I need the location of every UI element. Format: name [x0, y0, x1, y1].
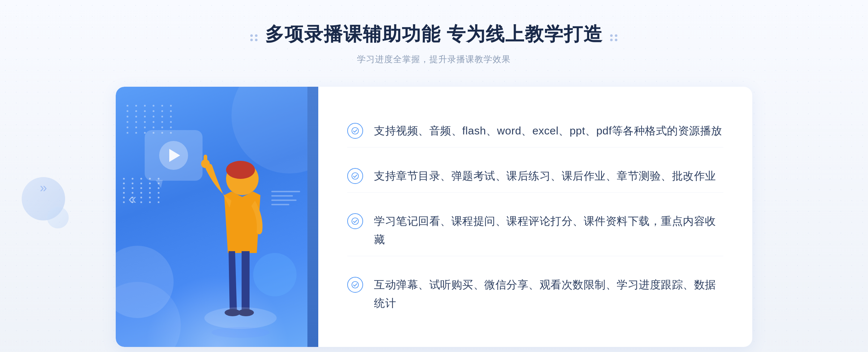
svg-point-9 — [352, 173, 358, 179]
human-figure-illustration — [174, 145, 282, 347]
feature-text-4: 互动弹幕、试听购买、微信分享、观看次数限制、学习进度跟踪、数据统计 — [374, 275, 723, 312]
feature-item-2: 支持章节目录、弹题考试、课后练习、课后作业、章节测验、批改作业 — [347, 159, 723, 193]
deco-dot — [250, 34, 253, 37]
check-svg-4 — [351, 281, 359, 289]
title-deco-left — [250, 34, 258, 41]
check-svg-3 — [351, 217, 359, 225]
chevrons-decoration: « — [128, 191, 136, 207]
svg-point-11 — [352, 281, 358, 288]
title-deco-right — [610, 34, 618, 41]
check-svg-1 — [351, 127, 359, 135]
deco-dot — [615, 39, 617, 41]
deco-dot — [255, 39, 258, 41]
illus-dots-top — [127, 105, 175, 134]
check-icon-3 — [347, 213, 363, 229]
page-container: » 多项录播课辅助功能 专为线上教学打造 学习进度全掌握，提升录播课教学效果 — [0, 0, 868, 352]
deco-dot — [255, 34, 258, 37]
subtitle: 学习进度全掌握，提升录播课教学效果 — [250, 53, 618, 65]
svg-point-7 — [212, 327, 269, 338]
feature-item-1: 支持视频、音频、flash、word、excel、ppt、pdf等各种格式的资源… — [347, 114, 723, 147]
check-icon-1 — [347, 123, 363, 139]
features-area: 支持视频、音频、flash、word、excel、ppt、pdf等各种格式的资源… — [318, 87, 752, 347]
check-icon-4 — [347, 277, 363, 293]
feature-text-1: 支持视频、音频、flash、word、excel、ppt、pdf等各种格式的资源… — [374, 121, 722, 140]
deco-dot — [250, 39, 253, 41]
feature-text-2: 支持章节目录、弹题考试、课后练习、课后作业、章节测验、批改作业 — [374, 167, 716, 185]
title-row: 多项录播课辅助功能 专为线上教学打造 — [250, 22, 618, 53]
svg-point-8 — [352, 128, 358, 134]
main-title: 多项录播课辅助功能 专为线上教学打造 — [265, 22, 603, 47]
feature-item-4: 互动弹幕、试听购买、微信分享、观看次数限制、学习进度跟踪、数据统计 — [347, 268, 723, 319]
svg-point-1 — [226, 161, 255, 179]
content-card: « — [116, 87, 752, 347]
deco-dot — [610, 39, 613, 41]
illustration-area: « — [116, 87, 318, 347]
feature-item-3: 学习笔记回看、课程提问、课程评论打分、课件资料下载，重点内容收藏 — [347, 205, 723, 256]
svg-rect-5 — [204, 155, 207, 165]
check-icon-2 — [347, 168, 363, 184]
deco-dot — [615, 34, 617, 37]
svg-point-10 — [352, 218, 358, 224]
check-svg-2 — [351, 172, 359, 180]
feature-text-3: 学习笔记回看、课程提问、课程评论打分、课件资料下载，重点内容收藏 — [374, 212, 723, 249]
deco-circle-small — [47, 207, 69, 228]
svg-point-6 — [204, 307, 277, 329]
deco-dot — [610, 34, 613, 37]
side-accent-bar — [307, 87, 318, 347]
header-section: 多项录播课辅助功能 专为线上教学打造 学习进度全掌握，提升录播课教学效果 — [250, 22, 618, 65]
